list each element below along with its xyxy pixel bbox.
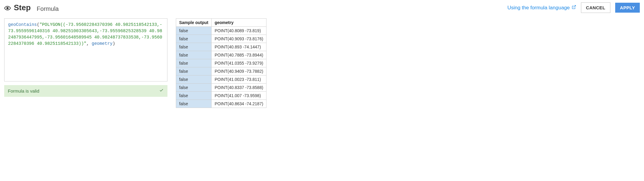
- table-row: falsePOINT(41.0355 -73.9279): [176, 59, 266, 67]
- geometry-cell: POINT(40.9093 -73.8176): [212, 35, 266, 43]
- formula-token-comma: ,: [86, 41, 92, 46]
- preview-header-row: Sample output geometry: [176, 19, 266, 27]
- sample-output-cell: false: [176, 59, 212, 67]
- header-right: Using the formula language CANCEL APPLY: [507, 2, 640, 13]
- table-row: falsePOINT(40.8089 -73.819): [176, 27, 266, 35]
- external-link-icon: [572, 5, 576, 11]
- apply-button[interactable]: APPLY: [615, 3, 640, 13]
- check-icon: [159, 88, 164, 94]
- column-header-geometry[interactable]: geometry: [212, 19, 266, 27]
- step-subtitle: Formula: [37, 5, 59, 12]
- svg-line-1: [573, 5, 576, 7]
- sample-output-cell: false: [176, 84, 212, 92]
- table-row: falsePOINT(40.8634 -74.2187): [176, 100, 266, 108]
- table-row: falsePOINT(40.893 -74.1447): [176, 43, 266, 51]
- geometry-cell: POINT(41.0023 -73.811): [212, 75, 266, 84]
- header: Step Formula Using the formula language …: [4, 2, 640, 13]
- step-label: Step: [14, 3, 31, 12]
- page-title: Step: [4, 3, 31, 12]
- preview-table: Sample output geometry falsePOINT(40.808…: [176, 18, 266, 108]
- formula-column: geoContains("POLYGON((-73.95602284370396…: [4, 18, 167, 97]
- cancel-button[interactable]: CANCEL: [581, 2, 610, 13]
- sample-output-cell: false: [176, 35, 212, 43]
- sample-output-cell: false: [176, 51, 212, 59]
- table-row: falsePOINT(40.9409 -73.7882): [176, 67, 266, 75]
- table-row: falsePOINT(40.7885 -73.8944): [176, 51, 266, 59]
- geometry-cell: POINT(40.7885 -73.8944): [212, 51, 266, 59]
- sample-output-cell: false: [176, 100, 212, 108]
- svg-point-0: [7, 8, 8, 9]
- sample-output-cell: false: [176, 75, 212, 84]
- column-header-sample[interactable]: Sample output: [176, 19, 212, 27]
- table-row: falsePOINT(40.8337 -73.8588): [176, 84, 266, 92]
- formula-status: Formula is valid: [4, 85, 167, 97]
- sample-output-cell: false: [176, 67, 212, 75]
- geometry-cell: POINT(40.8089 -73.819): [212, 27, 266, 35]
- geometry-cell: POINT(40.8337 -73.8588): [212, 84, 266, 92]
- geometry-cell: POINT(40.9409 -73.7882): [212, 67, 266, 75]
- sample-output-cell: false: [176, 27, 212, 35]
- formula-token-close-paren: ): [113, 41, 115, 46]
- eye-icon: [4, 5, 11, 11]
- header-left: Step Formula: [4, 3, 59, 13]
- table-row: falsePOINT(40.9093 -73.8176): [176, 35, 266, 43]
- formula-editor[interactable]: geoContains("POLYGON((-73.95602284370396…: [4, 18, 167, 81]
- sample-output-cell: false: [176, 43, 212, 51]
- geometry-cell: POINT(40.893 -74.1447): [212, 43, 266, 51]
- preview-column: Sample output geometry falsePOINT(40.808…: [176, 18, 250, 108]
- geometry-cell: POINT(41.007 -73.9598): [212, 92, 266, 100]
- formula-token-function: geoContains: [8, 22, 37, 27]
- geometry-cell: POINT(41.0355 -73.9279): [212, 59, 266, 67]
- formula-status-message: Formula is valid: [8, 88, 39, 94]
- formula-token-identifier: geometry: [92, 41, 113, 46]
- table-row: falsePOINT(41.0023 -73.811): [176, 75, 266, 84]
- table-row: falsePOINT(41.007 -73.9598): [176, 92, 266, 100]
- content-area: geoContains("POLYGON((-73.95602284370396…: [4, 18, 640, 108]
- help-link[interactable]: Using the formula language: [507, 5, 576, 11]
- sample-output-cell: false: [176, 92, 212, 100]
- help-link-label: Using the formula language: [507, 5, 570, 11]
- geometry-cell: POINT(40.8634 -74.2187): [212, 100, 266, 108]
